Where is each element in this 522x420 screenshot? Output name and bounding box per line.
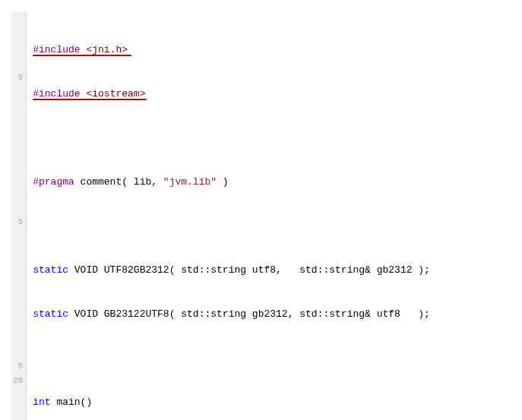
code-line: static VOID GB23122UTF8( std::string gb2… (33, 307, 522, 321)
line-number-gutter: 5 5 526 (11, 11, 27, 420)
code-area[interactable]: #include <jni.h> #include <iostream> #pr… (27, 11, 522, 420)
code-line: #pragma comment( lib, "jvm.lib" ) (33, 175, 522, 189)
code-line: static VOID UTF82GB2312( std::string utf… (33, 263, 522, 277)
code-editor: 5 5 526 #include <jni.h> #include <iostr… (11, 11, 505, 420)
code-line: int main() (33, 395, 522, 409)
code-line: #include <iostream> (33, 87, 522, 101)
code-line: #include <jni.h> (33, 43, 522, 57)
red-underline (33, 55, 131, 56)
red-underline (33, 99, 147, 100)
